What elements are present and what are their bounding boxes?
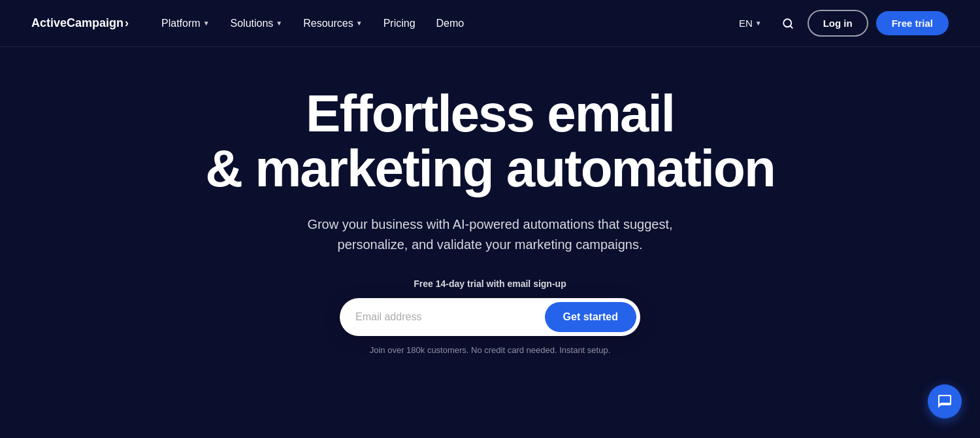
chat-icon [937,394,953,409]
hero-section: Effortless email & marketing automation … [0,47,980,381]
free-trial-nav-button[interactable]: Free trial [876,11,949,35]
chevron-down-icon: ▼ [276,20,282,27]
chevron-down-icon: ▼ [755,20,762,27]
navbar: ActiveCampaign › Platform ▼ Solutions ▼ … [0,0,980,47]
nav-left: ActiveCampaign › Platform ▼ Solutions ▼ … [31,12,473,35]
chevron-down-icon: ▼ [356,20,363,27]
login-button[interactable]: Log in [808,10,868,37]
email-input[interactable] [355,311,545,323]
search-button[interactable] [776,12,800,35]
hero-subtitle: Grow your business with AI-powered autom… [287,214,693,255]
svg-line-1 [790,25,792,27]
logo-arrow-icon: › [125,16,129,30]
nav-right: EN ▼ Log in Free trial [732,10,949,37]
language-label: EN [739,18,753,29]
get-started-button[interactable]: Get started [545,302,636,332]
nav-item-pricing[interactable]: Pricing [374,12,425,35]
logo-text: ActiveCampaign [31,16,123,30]
trial-label: Free 14-day trial with email sign-up [414,278,566,289]
nav-item-demo[interactable]: Demo [427,12,474,35]
chevron-down-icon: ▼ [203,20,210,27]
nav-item-platform[interactable]: Platform ▼ [152,12,218,35]
email-form: Get started [340,298,640,336]
form-note: Join over 180k customers. No credit card… [370,345,611,355]
nav-item-resources[interactable]: Resources ▼ [294,12,371,35]
logo[interactable]: ActiveCampaign › [31,16,129,30]
chat-bubble-button[interactable] [928,384,962,418]
hero-title: Effortless email & marketing automation [205,86,775,196]
language-selector[interactable]: EN ▼ [732,12,768,34]
nav-item-solutions[interactable]: Solutions ▼ [221,12,292,35]
nav-links: Platform ▼ Solutions ▼ Resources ▼ Prici… [152,12,473,35]
search-icon [782,18,794,29]
